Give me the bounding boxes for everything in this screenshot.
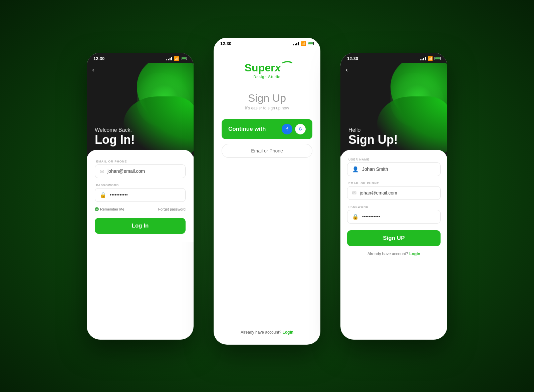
logo-x: x⁀ — [275, 62, 289, 74]
signup-content: USER NAME 👤 EMAIL OR PHONE ✉ PASSWORD 🔒 … — [340, 150, 447, 264]
username-group: USER NAME 👤 — [347, 158, 441, 176]
remember-row: Remember Me Forget password — [95, 207, 186, 211]
signup-button-area: Sign UP — [347, 230, 441, 246]
signup-button[interactable]: Sign UP — [347, 230, 441, 246]
social-icons: f G — [282, 124, 306, 134]
time-right: 12:30 — [347, 56, 358, 61]
facebook-icon[interactable]: f — [282, 124, 292, 134]
email-input[interactable] — [107, 168, 181, 174]
email-icon-right: ✉ — [352, 190, 356, 196]
wifi-icon: 📶 — [174, 56, 179, 61]
phone-signup-right: 12:30 📶 ‹ Hello Sign Up! — [340, 53, 447, 340]
login-link-right[interactable]: Login — [409, 252, 420, 256]
status-icons-center: 📶 — [293, 41, 314, 46]
email-input-field[interactable]: ✉ — [95, 164, 186, 178]
email-icon: ✉ — [100, 168, 104, 174]
wifi-icon-center: 📶 — [301, 41, 306, 46]
email-phone-input[interactable] — [222, 144, 312, 158]
password-group: PASSOWORD 🔒 — [95, 183, 186, 202]
time-left: 12:30 — [93, 56, 104, 61]
password-label-right: PASSWORD — [347, 205, 441, 209]
remember-me[interactable]: Remember Me — [95, 207, 124, 211]
already-account-right: Already have account? Login — [347, 252, 441, 256]
password-input[interactable] — [110, 192, 181, 198]
signup-header-text: Hello Sign Up! — [348, 127, 398, 146]
logo-subtitle: Design Studio — [222, 75, 312, 79]
wifi-icon-right: 📶 — [428, 56, 433, 61]
email-input-field-right[interactable]: ✉ — [347, 186, 441, 200]
center-form: Continue with f G Already have account? … — [214, 114, 320, 345]
battery-icon-center — [308, 42, 314, 45]
logo-area: Superx⁀ Design Studio — [214, 48, 320, 85]
status-bar-center: 12:30 📶 — [214, 38, 320, 48]
password-icon-right: 🔒 — [352, 214, 359, 220]
green-blob-3 — [123, 96, 194, 156]
signup-header: ‹ Hello Sign Up! — [340, 63, 447, 156]
status-bar-right: 12:30 📶 — [340, 53, 447, 63]
signup-title-right: Sign Up! — [348, 133, 398, 146]
signal-icon — [166, 56, 172, 60]
time-center: 12:30 — [220, 41, 231, 46]
remember-label: Remember Me — [100, 207, 124, 211]
logo: Superx⁀ — [222, 61, 312, 74]
battery-icon — [181, 57, 187, 60]
continue-with-button[interactable]: Continue with f G — [222, 119, 312, 139]
password-label: PASSOWORD — [95, 183, 186, 187]
password-icon: 🔒 — [100, 192, 106, 198]
signup-title-area: Sign Up It's easier to sign up now — [214, 85, 320, 114]
login-subtitle: Welcome Back. — [95, 127, 135, 133]
login-title: Log In! — [95, 133, 135, 146]
status-icons-left: 📶 — [166, 56, 187, 61]
login-link-center[interactable]: Login — [282, 330, 293, 335]
status-icons-right: 📶 — [420, 56, 441, 61]
email-group: EMAIL OR PHONE ✉ — [95, 160, 186, 178]
signup-main-title: Sign Up — [222, 92, 312, 104]
username-input-field[interactable]: 👤 — [347, 162, 441, 176]
forget-password-link[interactable]: Forget password — [158, 207, 186, 211]
email-group-right: EMAIL OR PHONE ✉ — [347, 181, 441, 200]
battery-icon-right — [435, 57, 441, 60]
signup-hello: Hello — [348, 127, 398, 133]
remember-dot — [95, 207, 99, 211]
already-have-account: Already have account? Login — [214, 330, 320, 335]
logo-text: Super — [245, 62, 275, 74]
email-label-right: EMAIL OR PHONE — [347, 181, 441, 185]
signal-icon-right — [420, 56, 426, 60]
password-group-right: PASSWORD 🔒 — [347, 205, 441, 224]
back-button-right[interactable]: ‹ — [346, 66, 348, 73]
password-input-field[interactable]: 🔒 — [95, 188, 186, 202]
password-input-field-right[interactable]: 🔒 — [347, 210, 441, 224]
password-input-right[interactable] — [362, 214, 436, 219]
username-icon: 👤 — [352, 166, 359, 172]
username-input[interactable] — [362, 166, 436, 172]
continue-label: Continue with — [228, 126, 266, 132]
username-label: USER NAME — [347, 158, 441, 161]
google-icon[interactable]: G — [295, 124, 306, 134]
email-label: EMAIL OR PHONE — [95, 160, 186, 163]
green-blob-r3 — [377, 96, 447, 156]
signup-subtitle: It's easier to sign up now — [222, 106, 312, 110]
phone-login: 12:30 📶 ‹ Welcome Back. Log In! — [87, 53, 194, 340]
login-header-text: Welcome Back. Log In! — [95, 127, 135, 146]
login-button[interactable]: Log In — [95, 218, 186, 234]
login-header: ‹ Welcome Back. Log In! — [87, 63, 194, 156]
back-button-left[interactable]: ‹ — [92, 66, 94, 73]
email-input-right[interactable] — [360, 190, 436, 195]
login-content: EMAIL OR PHONE ✉ PASSOWORD 🔒 Remember Me… — [87, 150, 194, 242]
phone-signup-center: 12:30 📶 Superx⁀ Design Studio Sign Up It… — [214, 38, 320, 345]
status-bar-left: 12:30 📶 — [87, 53, 194, 63]
signal-icon-center — [293, 41, 299, 45]
